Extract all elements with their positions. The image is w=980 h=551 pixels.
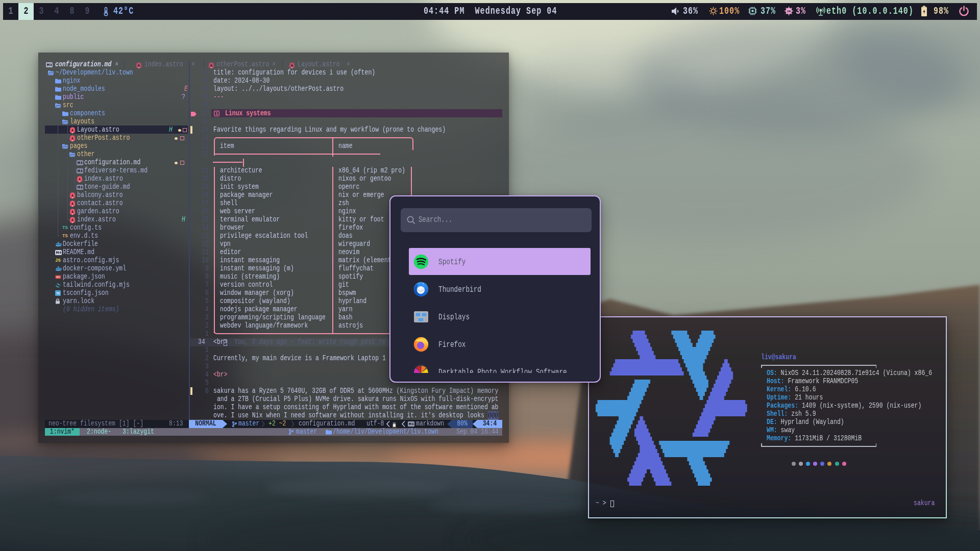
svg-text:GN: GN xyxy=(787,10,791,13)
svg-text:TS: TS xyxy=(56,292,60,295)
svg-text:1: 1 xyxy=(215,112,218,116)
